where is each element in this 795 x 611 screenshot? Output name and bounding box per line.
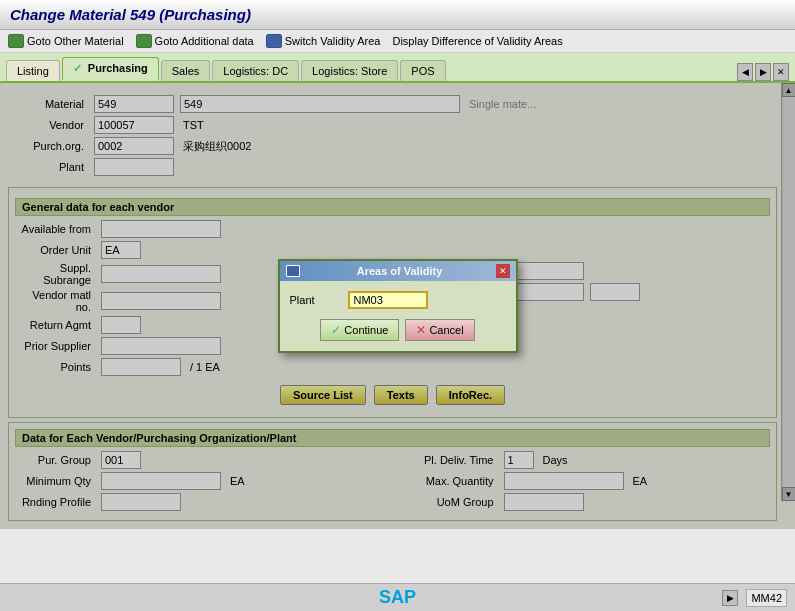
display-diff[interactable]: Display Difference of Validity Areas [392,35,562,47]
switch-validity-icon [266,34,282,48]
tab-logistics-store-label: Logistics: Store [312,65,387,77]
tab-nav-buttons: ◀ ▶ ✕ [737,63,789,81]
modal-overlay: Areas of Validity ✕ Plant ✓ Continue ✕ C… [0,83,795,529]
title-bar: Change Material 549 (Purchasing) [0,0,795,30]
switch-validity[interactable]: Switch Validity Area [266,34,381,48]
tab-check-icon: ✓ [73,62,82,74]
tab-logistics-store[interactable]: Logistics: Store [301,60,398,81]
page-title: Change Material 549 (Purchasing) [10,6,251,23]
modal-continue-button[interactable]: ✓ Continue [320,319,399,341]
areas-of-validity-modal: Areas of Validity ✕ Plant ✓ Continue ✕ C… [278,259,518,353]
toolbar: Goto Other Material Goto Additional data… [0,30,795,53]
modal-plant-input[interactable] [348,291,428,309]
tabs-bar: Listing ✓ Purchasing Sales Logistics: DC… [0,53,795,83]
tab-listing[interactable]: Listing [6,60,60,81]
tab-nav-close[interactable]: ✕ [773,63,789,81]
sap-text: SAP [379,587,416,607]
modal-cancel-label: Cancel [429,324,463,336]
play-button[interactable]: ▶ [722,590,738,606]
modal-icon [286,265,300,277]
modal-buttons: ✓ Continue ✕ Cancel [290,319,506,341]
goto-other-icon [8,34,24,48]
modal-cancel-button[interactable]: ✕ Cancel [405,319,474,341]
modal-plant-label: Plant [290,294,340,306]
goto-additional-icon [136,34,152,48]
tab-logistics-dc-label: Logistics: DC [223,65,288,77]
tab-pos[interactable]: POS [400,60,445,81]
bottom-bar: SAP ▶ MM42 [0,583,795,611]
goto-other-label: Goto Other Material [27,35,124,47]
goto-additional[interactable]: Goto Additional data [136,34,254,48]
display-diff-label: Display Difference of Validity Areas [392,35,562,47]
tab-nav-left[interactable]: ◀ [737,63,753,81]
tab-logistics-dc[interactable]: Logistics: DC [212,60,299,81]
tab-nav-right[interactable]: ▶ [755,63,771,81]
transaction-code: MM42 [746,589,787,607]
tab-purchasing[interactable]: ✓ Purchasing [62,57,159,81]
sap-logo: SAP [379,587,416,608]
modal-body: Plant ✓ Continue ✕ Cancel [280,281,516,351]
goto-additional-label: Goto Additional data [155,35,254,47]
modal-title: Areas of Validity [357,265,443,277]
modal-continue-label: Continue [344,324,388,336]
tab-sales[interactable]: Sales [161,60,211,81]
switch-validity-label: Switch Validity Area [285,35,381,47]
main-content: Material Single mate... Vendor TST Purch… [0,83,795,529]
modal-close-button[interactable]: ✕ [496,264,510,278]
tab-sales-label: Sales [172,65,200,77]
modal-title-bar: Areas of Validity ✕ [280,261,516,281]
tab-purchasing-label: Purchasing [88,62,148,74]
tab-listing-label: Listing [17,65,49,77]
goto-other-material[interactable]: Goto Other Material [8,34,124,48]
tab-pos-label: POS [411,65,434,77]
continue-check-icon: ✓ [331,323,341,337]
cancel-x-icon: ✕ [416,323,426,337]
modal-plant-row: Plant [290,291,506,309]
